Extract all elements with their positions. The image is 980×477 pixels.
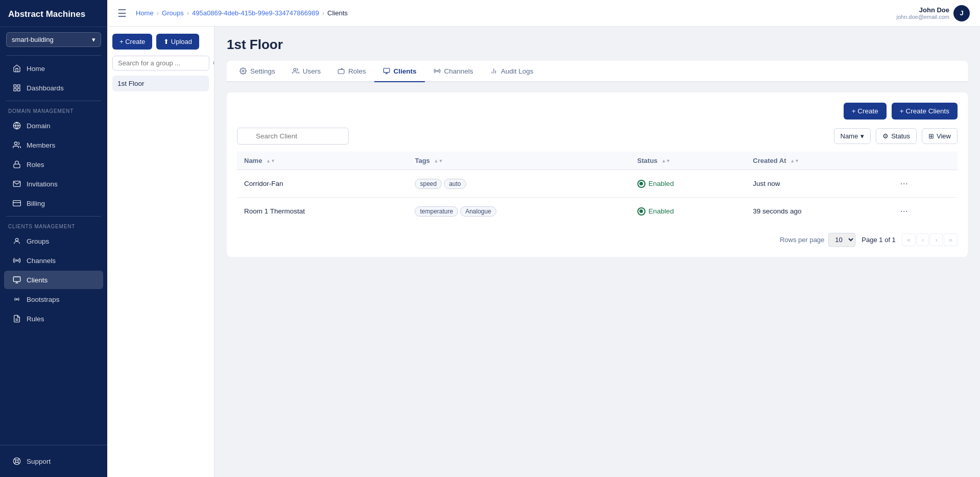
rows-per-page-select[interactable]: 10 25 50 bbox=[828, 233, 855, 247]
tags-sort-arrows: ▲▼ bbox=[434, 159, 443, 163]
create-main-button[interactable]: + Create bbox=[844, 103, 887, 120]
col-tags: Tags ▲▼ bbox=[408, 152, 630, 170]
next-page-button[interactable]: › bbox=[930, 233, 942, 246]
tab-channels-label: Channels bbox=[444, 67, 473, 75]
sidebar-item-label: Billing bbox=[27, 200, 45, 207]
createdat-sort-arrows: ▲▼ bbox=[790, 159, 799, 163]
svg-rect-1 bbox=[17, 85, 20, 87]
sidebar-item-groups[interactable]: Groups bbox=[4, 232, 103, 250]
svg-point-30 bbox=[436, 70, 437, 71]
prev-page-button[interactable]: ‹ bbox=[917, 233, 929, 246]
cell-name: Room 1 Thermostat bbox=[237, 198, 408, 225]
breadcrumb: Home › Groups › 495a0869-4deb-415b-99e9-… bbox=[136, 9, 348, 17]
sidebar-item-label: Domain bbox=[27, 122, 51, 130]
view-filter-button[interactable]: ⊞ View bbox=[922, 128, 958, 144]
status-badge: Enabled bbox=[649, 207, 674, 215]
main-content: 1st Floor Settings Users bbox=[214, 27, 980, 477]
tab-settings[interactable]: Settings bbox=[231, 61, 283, 82]
sidebar-item-dashboards[interactable]: Dashboards bbox=[4, 79, 103, 97]
sidebar-item-label: Invitations bbox=[27, 180, 58, 188]
content-area: + Create ⬆ Upload ⚙ 1st Floor 1st Floor … bbox=[107, 27, 980, 477]
search-wrap: 🔍 bbox=[237, 128, 829, 145]
org-selector[interactable]: smart-building ▾ bbox=[6, 32, 101, 47]
status-filter-button[interactable]: ⚙ Status bbox=[876, 128, 917, 144]
sidebar-item-support[interactable]: Support bbox=[4, 452, 103, 470]
col-actions bbox=[889, 152, 958, 170]
svg-point-11 bbox=[16, 260, 18, 261]
tab-audit-logs-label: Audit Logs bbox=[501, 67, 534, 75]
support-label: Support bbox=[27, 458, 51, 465]
create-button[interactable]: + Create bbox=[112, 34, 152, 50]
svg-point-25 bbox=[294, 68, 296, 71]
billing-icon bbox=[12, 199, 21, 208]
sidebar: Abstract Machines smart-building ▾ Home … bbox=[0, 0, 107, 477]
cell-created-at: Just now bbox=[746, 170, 889, 198]
svg-rect-7 bbox=[14, 164, 20, 168]
clients-tab-icon bbox=[383, 67, 391, 75]
search-group-input[interactable] bbox=[112, 56, 209, 70]
breadcrumb-group-id[interactable]: 495a0869-4deb-415b-99e9-334747866989 bbox=[192, 9, 319, 17]
name-sort-dropdown[interactable]: Name ▾ bbox=[834, 128, 871, 144]
tab-audit-logs[interactable]: Audit Logs bbox=[482, 61, 542, 82]
col-status: Status ▲▼ bbox=[630, 152, 746, 170]
domain-icon bbox=[12, 121, 21, 130]
status-dot bbox=[637, 180, 646, 188]
sidebar-item-roles[interactable]: Roles bbox=[4, 155, 103, 174]
users-icon bbox=[292, 67, 300, 75]
sidebar-item-members[interactable]: Members bbox=[4, 136, 103, 154]
search-bar-wrap: 🔍 Name ▾ ⚙ Status ⊞ View bbox=[237, 128, 958, 145]
first-page-button[interactable]: « bbox=[902, 233, 916, 246]
status-dot-inner bbox=[639, 209, 643, 213]
svg-rect-3 bbox=[17, 88, 20, 91]
sidebar-item-clients[interactable]: Clients bbox=[4, 271, 103, 289]
sidebar-toggle-button[interactable]: ☰ bbox=[117, 7, 127, 19]
sidebar-item-billing[interactable]: Billing bbox=[4, 194, 103, 212]
channels-tab-icon bbox=[433, 67, 441, 75]
tab-channels[interactable]: Channels bbox=[425, 61, 482, 82]
tab-users[interactable]: Users bbox=[283, 61, 329, 82]
sidebar-item-label: Bootstraps bbox=[27, 296, 60, 303]
user-info: John Doe john.doe@email.com J bbox=[897, 5, 970, 21]
create-clients-button[interactable]: + Create Clients bbox=[892, 103, 958, 120]
pagination-row: Rows per page 10 25 50 Page 1 of 1 « ‹ ›… bbox=[237, 233, 958, 247]
group-list-item[interactable]: 1st Floor bbox=[112, 76, 209, 91]
left-panel: + Create ⬆ Upload ⚙ 1st Floor bbox=[107, 27, 214, 477]
user-email: john.doe@email.com bbox=[897, 14, 950, 20]
page-info: Page 1 of 1 bbox=[862, 236, 896, 244]
members-icon bbox=[12, 140, 21, 150]
sidebar-item-invitations[interactable]: Invitations bbox=[4, 175, 103, 193]
row-more-button[interactable]: ··· bbox=[896, 177, 912, 190]
row-more-button[interactable]: ··· bbox=[896, 205, 912, 218]
search-client-input[interactable] bbox=[237, 128, 349, 145]
breadcrumb-home[interactable]: Home bbox=[136, 9, 154, 17]
sidebar-item-home[interactable]: Home bbox=[4, 59, 103, 78]
upload-button[interactable]: ⬆ Upload bbox=[156, 34, 199, 50]
filter-icon: ⚙ bbox=[882, 132, 889, 140]
sidebar-item-label: Channels bbox=[27, 257, 56, 265]
tab-clients[interactable]: Clients bbox=[374, 61, 425, 82]
sidebar-item-domain[interactable]: Domain bbox=[4, 116, 103, 135]
breadcrumb-sep-3: › bbox=[322, 9, 324, 17]
user-text: John Doe john.doe@email.com bbox=[897, 6, 950, 20]
groups-icon bbox=[12, 236, 21, 246]
cell-actions: ··· bbox=[889, 170, 958, 198]
table-section: + Create + Create Clients 🔍 Name ▾ ⚙ bbox=[227, 92, 968, 257]
sidebar-item-channels[interactable]: Channels bbox=[4, 251, 103, 270]
view-filter-label: View bbox=[937, 132, 951, 140]
sidebar-item-rules[interactable]: Rules bbox=[4, 309, 103, 328]
top-header: ☰ Home › Groups › 495a0869-4deb-415b-99e… bbox=[107, 0, 980, 27]
cell-tags: temperatureAnalogue bbox=[408, 198, 630, 225]
sidebar-item-label: Home bbox=[27, 65, 45, 73]
sidebar-item-bootstraps[interactable]: Bootstraps bbox=[4, 290, 103, 308]
svg-point-19 bbox=[15, 460, 18, 462]
cell-status: Enabled bbox=[630, 198, 746, 225]
table-toolbar: + Create + Create Clients bbox=[237, 103, 958, 120]
cell-name: Corridor-Fan bbox=[237, 170, 408, 198]
sort-chevron-icon: ▾ bbox=[861, 132, 864, 140]
tab-roles[interactable]: Roles bbox=[329, 61, 374, 82]
last-page-button[interactable]: » bbox=[944, 233, 958, 246]
page-nav: « ‹ › » bbox=[902, 233, 958, 246]
breadcrumb-groups[interactable]: Groups bbox=[162, 9, 184, 17]
sidebar-item-label: Members bbox=[27, 141, 55, 149]
rules-icon bbox=[12, 314, 21, 323]
